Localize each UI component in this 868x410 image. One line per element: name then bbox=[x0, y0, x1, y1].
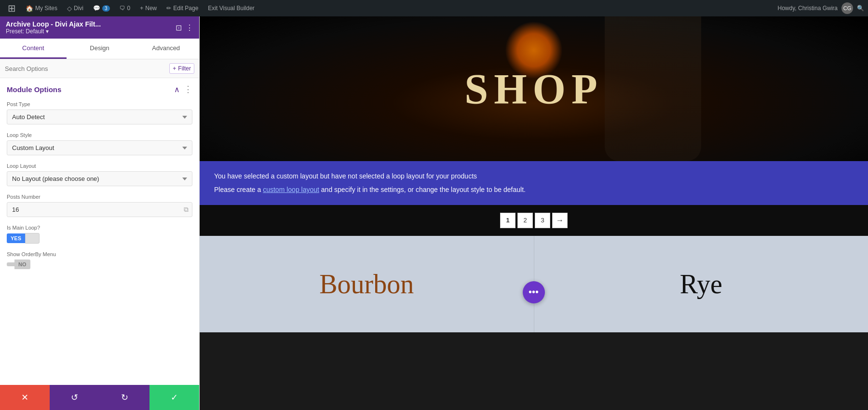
redo-icon: ↻ bbox=[121, 392, 128, 403]
notice-banner: You have selected a custom layout but ha… bbox=[200, 161, 868, 205]
products-area: Bourbon ••• Rye bbox=[200, 236, 868, 332]
canvas-background: SHOP You have selected a custom layout b… bbox=[200, 16, 868, 410]
settings-tabs: Content Design Advanced bbox=[0, 39, 199, 59]
comments2-link[interactable]: 🗨 0 bbox=[116, 0, 135, 16]
comments-link[interactable]: 💬 3 bbox=[89, 0, 114, 16]
comments2-count: 0 bbox=[127, 5, 131, 12]
wp-logo-icon: ⊞ bbox=[8, 2, 16, 14]
search-icon[interactable]: 🔍 bbox=[857, 5, 864, 12]
loop-style-field: Loop Style Custom Layout bbox=[0, 129, 199, 160]
section-controls: ∧ ⋮ bbox=[174, 84, 192, 95]
filter-button[interactable]: + Filter bbox=[169, 63, 194, 74]
admin-bar-right: Howdy, Christina Gwira CG 🔍 bbox=[778, 2, 864, 14]
hero-background: SHOP bbox=[200, 16, 868, 161]
section-more-icon[interactable]: ⋮ bbox=[184, 84, 192, 95]
copy-icon: ⧉ bbox=[184, 205, 189, 214]
post-type-label: Post Type bbox=[7, 101, 192, 107]
undo-button[interactable]: ↺ bbox=[50, 385, 99, 410]
new-label: New bbox=[145, 5, 157, 12]
divi-icon: ◇ bbox=[67, 5, 72, 12]
loop-layout-label: Loop Layout bbox=[7, 163, 192, 169]
posts-number-wrap: ⧉ bbox=[7, 202, 192, 217]
divi-label: Divi bbox=[74, 5, 83, 12]
loop-style-select[interactable]: Custom Layout bbox=[7, 140, 192, 155]
tab-advanced[interactable]: Advanced bbox=[133, 39, 199, 59]
sidebar-header: Archive Loop - Divi Ajax Filt... Preset:… bbox=[0, 16, 199, 39]
tab-content[interactable]: Content bbox=[0, 39, 67, 59]
search-options-bar: + Filter bbox=[0, 59, 199, 78]
page-next-btn[interactable]: → bbox=[552, 213, 568, 228]
wp-logo-link[interactable]: ⊞ bbox=[4, 0, 20, 16]
howdy-label: Howdy, Christina Gwira bbox=[778, 5, 838, 12]
notice-message-1: You have selected a custom layout but ha… bbox=[214, 172, 477, 180]
preset-selector[interactable]: Preset: Default ▾ bbox=[6, 28, 101, 35]
exit-builder-link[interactable]: Exit Visual Builder bbox=[204, 0, 258, 16]
cancel-button[interactable]: ✕ bbox=[0, 385, 50, 410]
pagination-bar: 1 2 3 → bbox=[200, 205, 868, 236]
module-options-title: Module Options bbox=[7, 85, 61, 94]
floating-action-button[interactable]: ••• bbox=[523, 281, 545, 303]
save-icon: ✓ bbox=[171, 392, 178, 403]
shop-title: SHOP bbox=[464, 65, 603, 113]
comments2-icon: 🗨 bbox=[120, 5, 125, 12]
search-options-input[interactable] bbox=[5, 65, 169, 72]
divi-link[interactable]: ◇ Divi bbox=[63, 0, 87, 16]
sidebar-actions: ✕ ↺ ↻ ✓ bbox=[0, 385, 199, 410]
glass-decoration bbox=[605, 16, 701, 161]
notice-suffix: and specify it in the settings, or chang… bbox=[321, 186, 526, 193]
collapse-icon[interactable]: ∧ bbox=[174, 85, 180, 94]
cancel-icon: ✕ bbox=[21, 392, 28, 403]
product-card-bourbon: Bourbon ••• bbox=[200, 236, 534, 332]
my-sites-label: My Sites bbox=[35, 5, 57, 12]
wp-admin-bar: ⊞ 🏠 My Sites ◇ Divi 💬 3 🗨 0 + New ✏ Edit… bbox=[0, 0, 868, 16]
rye-product-name: Rye bbox=[680, 269, 722, 300]
loop-layout-field: Loop Layout No Layout (please choose one… bbox=[0, 160, 199, 191]
undo-icon: ↺ bbox=[71, 392, 78, 403]
redo-button[interactable]: ↻ bbox=[100, 385, 149, 410]
notice-prefix: Please create a bbox=[214, 186, 261, 193]
show-orderby-toggle: NO bbox=[7, 260, 192, 269]
comments-count-badge: 3 bbox=[102, 5, 110, 12]
toggle-no-label[interactable]: NO bbox=[14, 260, 30, 269]
is-main-loop-label: Is Main Loop? bbox=[7, 225, 192, 231]
my-sites-link[interactable]: 🏠 My Sites bbox=[22, 0, 61, 16]
posts-number-input[interactable] bbox=[7, 202, 192, 217]
main-layout: Archive Loop - Divi Ajax Filt... Preset:… bbox=[0, 16, 868, 410]
fab-dots-icon: ••• bbox=[529, 287, 539, 298]
comments-icon: 💬 bbox=[93, 5, 100, 12]
admin-bar-left: ⊞ 🏠 My Sites ◇ Divi 💬 3 🗨 0 + New ✏ Edit… bbox=[4, 0, 258, 16]
is-main-loop-toggle: YES bbox=[7, 233, 192, 244]
sidebar-title-area: Archive Loop - Divi Ajax Filt... Preset:… bbox=[6, 20, 101, 35]
user-avatar: CG bbox=[841, 2, 853, 14]
post-type-select[interactable]: Auto Detect bbox=[7, 109, 192, 124]
edit-page-link[interactable]: ✏ Edit Page bbox=[163, 0, 202, 16]
toggle-yes-label[interactable]: YES bbox=[7, 233, 25, 243]
toggle-yes-handle[interactable] bbox=[25, 233, 40, 244]
notice-text-1: You have selected a custom layout but ha… bbox=[214, 171, 854, 181]
post-type-field: Post Type Auto Detect bbox=[0, 98, 199, 129]
more-icon[interactable]: ⋮ bbox=[186, 23, 193, 32]
is-main-loop-field: Is Main Loop? YES bbox=[0, 222, 199, 248]
new-link[interactable]: + New bbox=[136, 0, 161, 16]
page-btn-3[interactable]: 3 bbox=[535, 213, 550, 228]
toggle-no-handle[interactable] bbox=[7, 262, 14, 266]
loop-layout-select[interactable]: No Layout (please choose one) bbox=[7, 171, 192, 186]
show-orderby-label: Show OrderBy Menu bbox=[7, 251, 192, 257]
hero-section: SHOP bbox=[200, 16, 868, 161]
module-title: Archive Loop - Divi Ajax Filt... bbox=[6, 20, 101, 28]
page-btn-2[interactable]: 2 bbox=[517, 213, 533, 228]
edit-page-label: Edit Page bbox=[173, 5, 198, 12]
page-btn-1[interactable]: 1 bbox=[500, 213, 515, 228]
save-button[interactable]: ✓ bbox=[149, 385, 199, 410]
expand-icon[interactable]: ⊡ bbox=[176, 23, 182, 32]
posts-number-label: Posts Number bbox=[7, 194, 192, 200]
settings-sidebar: Archive Loop - Divi Ajax Filt... Preset:… bbox=[0, 16, 200, 410]
notice-text-2: Please create a custom loop layout and s… bbox=[214, 184, 854, 195]
tab-design[interactable]: Design bbox=[67, 39, 133, 59]
bourbon-product-name: Bourbon bbox=[319, 269, 414, 300]
product-card-rye: Rye bbox=[534, 236, 868, 332]
sidebar-body: Module Options ∧ ⋮ Post Type Auto Detect… bbox=[0, 78, 199, 385]
custom-loop-layout-link[interactable]: custom loop layout bbox=[263, 186, 319, 193]
loop-style-label: Loop Style bbox=[7, 132, 192, 138]
sites-icon: 🏠 bbox=[26, 5, 33, 12]
